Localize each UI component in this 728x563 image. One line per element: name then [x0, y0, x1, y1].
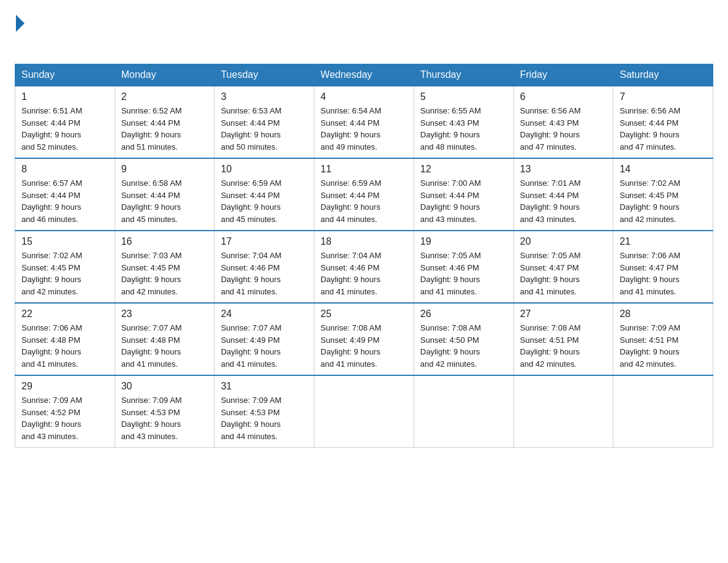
day-info: Sunrise: 6:56 AM Sunset: 4:44 PM Dayligh… — [620, 105, 707, 153]
day-info: Sunrise: 7:09 AM Sunset: 4:51 PM Dayligh… — [620, 322, 707, 370]
day-cell-16: 16 Sunrise: 7:03 AM Sunset: 4:45 PM Dayl… — [115, 231, 214, 303]
day-info: Sunrise: 7:05 AM Sunset: 4:46 PM Dayligh… — [420, 250, 507, 297]
day-cell-4: 4 Sunrise: 6:54 AM Sunset: 4:44 PM Dayli… — [314, 86, 414, 158]
day-info: Sunrise: 6:58 AM Sunset: 4:44 PM Dayligh… — [121, 177, 208, 225]
day-info: Sunrise: 6:54 AM Sunset: 4:44 PM Dayligh… — [320, 105, 408, 153]
day-number: 8 — [21, 164, 108, 175]
day-info: Sunrise: 6:52 AM Sunset: 4:44 PM Dayligh… — [121, 105, 208, 153]
day-info: Sunrise: 7:01 AM Sunset: 4:44 PM Dayligh… — [520, 177, 607, 225]
logo-triangle-icon — [16, 15, 25, 32]
day-info: Sunrise: 7:09 AM Sunset: 4:53 PM Dayligh… — [221, 394, 308, 442]
day-info: Sunrise: 6:56 AM Sunset: 4:43 PM Dayligh… — [520, 105, 607, 153]
day-info: Sunrise: 7:02 AM Sunset: 4:45 PM Dayligh… — [620, 177, 707, 225]
logo — [15, 15, 25, 53]
day-cell-22: 22 Sunrise: 7:06 AM Sunset: 4:48 PM Dayl… — [15, 303, 115, 375]
day-number: 26 — [420, 308, 507, 320]
week-row-3: 15 Sunrise: 7:02 AM Sunset: 4:45 PM Dayl… — [15, 231, 713, 303]
empty-cell-4-5 — [514, 375, 613, 448]
day-number: 1 — [21, 91, 108, 102]
day-info: Sunrise: 7:08 AM Sunset: 4:49 PM Dayligh… — [320, 322, 408, 370]
day-cell-3: 3 Sunrise: 6:53 AM Sunset: 4:44 PM Dayli… — [214, 86, 314, 158]
day-info: Sunrise: 7:07 AM Sunset: 4:49 PM Dayligh… — [221, 322, 308, 370]
day-number: 30 — [121, 381, 208, 392]
week-row-2: 8 Sunrise: 6:57 AM Sunset: 4:44 PM Dayli… — [15, 158, 713, 231]
day-info: Sunrise: 6:55 AM Sunset: 4:43 PM Dayligh… — [420, 105, 507, 153]
page-header — [15, 15, 713, 53]
day-number: 16 — [121, 236, 208, 247]
day-number: 10 — [221, 164, 308, 175]
day-cell-5: 5 Sunrise: 6:55 AM Sunset: 4:43 PM Dayli… — [414, 86, 514, 158]
day-number: 6 — [520, 91, 607, 102]
day-cell-14: 14 Sunrise: 7:02 AM Sunset: 4:45 PM Dayl… — [613, 158, 713, 231]
day-cell-20: 20 Sunrise: 7:05 AM Sunset: 4:47 PM Dayl… — [514, 231, 613, 303]
header-wednesday: Wednesday — [314, 64, 414, 86]
day-number: 14 — [620, 164, 707, 175]
header-thursday: Thursday — [414, 64, 514, 86]
day-cell-31: 31 Sunrise: 7:09 AM Sunset: 4:53 PM Dayl… — [214, 375, 314, 448]
calendar-header-row: SundayMondayTuesdayWednesdayThursdayFrid… — [15, 64, 713, 86]
day-number: 12 — [420, 164, 507, 175]
day-cell-28: 28 Sunrise: 7:09 AM Sunset: 4:51 PM Dayl… — [613, 303, 713, 375]
day-info: Sunrise: 7:07 AM Sunset: 4:48 PM Dayligh… — [121, 322, 208, 370]
day-number: 11 — [320, 164, 408, 175]
day-number: 7 — [620, 91, 707, 102]
day-info: Sunrise: 7:02 AM Sunset: 4:45 PM Dayligh… — [21, 250, 108, 297]
day-info: Sunrise: 7:00 AM Sunset: 4:44 PM Dayligh… — [420, 177, 507, 225]
week-row-1: 1 Sunrise: 6:51 AM Sunset: 4:44 PM Dayli… — [15, 86, 713, 158]
header-sunday: Sunday — [15, 64, 115, 86]
day-cell-12: 12 Sunrise: 7:00 AM Sunset: 4:44 PM Dayl… — [414, 158, 514, 231]
header-friday: Friday — [514, 64, 613, 86]
day-cell-11: 11 Sunrise: 6:59 AM Sunset: 4:44 PM Dayl… — [314, 158, 414, 231]
day-number: 29 — [21, 381, 108, 392]
day-cell-24: 24 Sunrise: 7:07 AM Sunset: 4:49 PM Dayl… — [214, 303, 314, 375]
day-info: Sunrise: 7:04 AM Sunset: 4:46 PM Dayligh… — [221, 250, 308, 297]
day-number: 24 — [221, 308, 308, 320]
day-cell-1: 1 Sunrise: 6:51 AM Sunset: 4:44 PM Dayli… — [15, 86, 115, 158]
day-number: 2 — [121, 91, 208, 102]
day-number: 13 — [520, 164, 607, 175]
day-number: 4 — [320, 91, 408, 102]
day-cell-21: 21 Sunrise: 7:06 AM Sunset: 4:47 PM Dayl… — [613, 231, 713, 303]
empty-cell-4-3 — [314, 375, 414, 448]
day-cell-9: 9 Sunrise: 6:58 AM Sunset: 4:44 PM Dayli… — [115, 158, 214, 231]
day-number: 5 — [420, 91, 507, 102]
day-info: Sunrise: 7:09 AM Sunset: 4:53 PM Dayligh… — [121, 394, 208, 442]
day-number: 28 — [620, 308, 707, 320]
empty-cell-4-4 — [414, 375, 514, 448]
day-number: 27 — [520, 308, 607, 320]
day-cell-25: 25 Sunrise: 7:08 AM Sunset: 4:49 PM Dayl… — [314, 303, 414, 375]
day-info: Sunrise: 6:57 AM Sunset: 4:44 PM Dayligh… — [21, 177, 108, 225]
day-cell-6: 6 Sunrise: 6:56 AM Sunset: 4:43 PM Dayli… — [514, 86, 613, 158]
day-info: Sunrise: 7:04 AM Sunset: 4:46 PM Dayligh… — [320, 250, 408, 297]
day-info: Sunrise: 6:53 AM Sunset: 4:44 PM Dayligh… — [221, 105, 308, 153]
day-number: 20 — [520, 236, 607, 247]
day-number: 25 — [320, 308, 408, 320]
day-info: Sunrise: 7:08 AM Sunset: 4:51 PM Dayligh… — [520, 322, 607, 370]
day-number: 17 — [221, 236, 308, 247]
day-info: Sunrise: 7:08 AM Sunset: 4:50 PM Dayligh… — [420, 322, 507, 370]
day-info: Sunrise: 7:09 AM Sunset: 4:52 PM Dayligh… — [21, 394, 108, 442]
day-number: 9 — [121, 164, 208, 175]
day-info: Sunrise: 6:59 AM Sunset: 4:44 PM Dayligh… — [320, 177, 408, 225]
day-cell-23: 23 Sunrise: 7:07 AM Sunset: 4:48 PM Dayl… — [115, 303, 214, 375]
week-row-4: 22 Sunrise: 7:06 AM Sunset: 4:48 PM Dayl… — [15, 303, 713, 375]
day-info: Sunrise: 6:51 AM Sunset: 4:44 PM Dayligh… — [21, 105, 108, 153]
day-number: 3 — [221, 91, 308, 102]
day-cell-26: 26 Sunrise: 7:08 AM Sunset: 4:50 PM Dayl… — [414, 303, 514, 375]
day-number: 15 — [21, 236, 108, 247]
day-number: 23 — [121, 308, 208, 320]
day-cell-29: 29 Sunrise: 7:09 AM Sunset: 4:52 PM Dayl… — [15, 375, 115, 448]
day-number: 22 — [21, 308, 108, 320]
day-info: Sunrise: 7:06 AM Sunset: 4:47 PM Dayligh… — [620, 250, 707, 297]
day-cell-13: 13 Sunrise: 7:01 AM Sunset: 4:44 PM Dayl… — [514, 158, 613, 231]
empty-cell-4-6 — [613, 375, 713, 448]
day-info: Sunrise: 7:06 AM Sunset: 4:48 PM Dayligh… — [21, 322, 108, 370]
day-cell-15: 15 Sunrise: 7:02 AM Sunset: 4:45 PM Dayl… — [15, 231, 115, 303]
day-number: 18 — [320, 236, 408, 247]
day-cell-18: 18 Sunrise: 7:04 AM Sunset: 4:46 PM Dayl… — [314, 231, 414, 303]
week-row-5: 29 Sunrise: 7:09 AM Sunset: 4:52 PM Dayl… — [15, 375, 713, 448]
day-number: 19 — [420, 236, 507, 247]
day-number: 21 — [620, 236, 707, 247]
day-number: 31 — [221, 381, 308, 392]
day-cell-10: 10 Sunrise: 6:59 AM Sunset: 4:44 PM Dayl… — [214, 158, 314, 231]
